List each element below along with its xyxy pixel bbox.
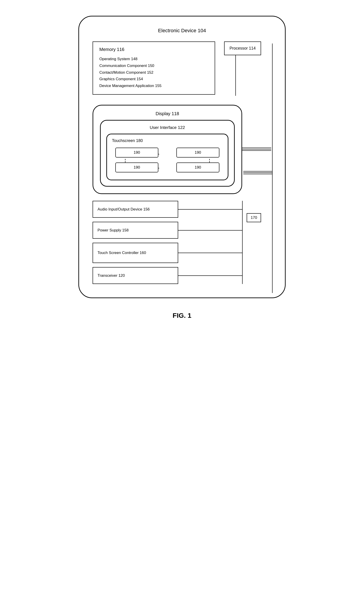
- user-interface-box: User Interface 122 Touchscreen 180: [100, 120, 235, 187]
- processor-box: Processor 114: [224, 41, 261, 55]
- audio-box: Audio Input/Output Device 156: [93, 201, 178, 218]
- vertical-bus-line: [242, 201, 243, 284]
- touch-point-br: 190: [176, 163, 219, 172]
- touch-point-tl: 190: [115, 148, 158, 158]
- fig-label: FIG. 1: [172, 312, 191, 319]
- power-box: Power Supply 158: [93, 222, 178, 239]
- ui-label: User Interface 122: [106, 125, 228, 130]
- touch-point-tr: 190: [176, 148, 219, 158]
- transceiver-connector: [178, 276, 242, 276]
- memory-box: Memory 116 Operating System 148 Communic…: [93, 41, 215, 95]
- memory-item-3: Graphics Component 154: [99, 76, 208, 83]
- display-label: Display 118: [100, 111, 235, 116]
- power-connector: [178, 230, 242, 231]
- touchscreen-label: Touchscreen 180: [112, 138, 223, 143]
- display-h-connector-1: [243, 171, 273, 174]
- touchscreen-box: Touchscreen 180 190: [106, 134, 228, 180]
- memory-item-1: Communication Component 150: [99, 63, 208, 69]
- device-label: Electronic Device 104: [93, 28, 271, 34]
- memory-label: Memory 116: [99, 47, 208, 52]
- audio-connector: [178, 209, 242, 210]
- memory-item-2: Contact/Motion Component 152: [99, 69, 208, 76]
- processor-bus-line: [235, 55, 236, 96]
- ref-number-box: 170: [247, 213, 261, 222]
- main-vertical-bus: [272, 43, 273, 293]
- transceiver-box: Transceiver 120: [93, 267, 178, 284]
- tsc-connector: [178, 253, 242, 253]
- display-box: Display 118 User Interface 122 Touchscre…: [93, 105, 242, 194]
- memory-item-4: Device Management Application 155: [99, 83, 208, 89]
- tsc-box: Touch Screen Controller 160: [93, 243, 178, 263]
- display-connector-top: [242, 148, 271, 151]
- touch-point-bl: 190: [115, 163, 158, 172]
- device-outer-container: Electronic Device 104 Memory 116 Operati…: [78, 16, 286, 298]
- memory-item-0: Operating System 148: [99, 56, 208, 63]
